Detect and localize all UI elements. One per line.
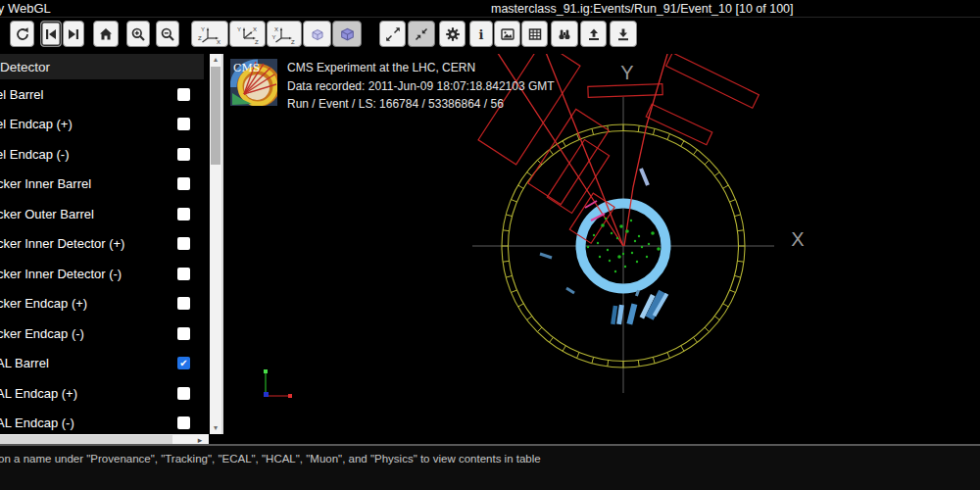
sidebar-item-tracker-outer-barrel[interactable]: Tracker Outer Barrel [0,199,204,229]
zoom-in-icon [130,26,146,42]
download-icon [615,26,631,42]
detector-checkbox[interactable] [177,118,190,130]
cms-logo-text: CMS [233,62,260,74]
orthographic-view-button[interactable] [332,21,362,47]
reload-icon [15,26,30,42]
ispy-webgl-window: iSpy WebGL masterclass_91.ig:Events/Run_… [0,0,980,490]
detector-list: Pixel BarrelPixel Endcap (+)Pixel Endcap… [0,79,204,434]
detector-checkbox[interactable] [177,387,190,400]
detector-sidebar: Detector Pixel BarrelPixel Endcap (+)Pix… [0,54,204,434]
event-display-canvas[interactable]: Y X [223,54,980,444]
axis-yz-icon: YXZ [235,24,261,44]
event-table-button[interactable] [521,21,548,47]
home-icon [98,26,114,42]
enlarge-button[interactable] [379,21,406,47]
statusbar: Click on a name under "Provenance", "Tra… [0,444,980,490]
sidebar-item-ecal-endcap[interactable]: ECAL Endcap (-) [0,409,204,435]
sidebar-item-tracker-endcap[interactable]: Tracker Endcap (+) [0,289,204,319]
sidebar-item-tracker-inner-detector[interactable]: Tracker Inner Detector (+) [0,229,204,260]
svg-text:Y: Y [272,34,276,40]
detector-label: Tracker Endcap (-) [0,326,177,341]
sidebar-item-pixel-endcap[interactable]: Pixel Endcap (+) [0,110,204,140]
detector-label: Tracker Inner Detector (-) [0,267,177,281]
detector-label: Tracker Inner Barrel [0,176,177,191]
cube-outline-icon [309,26,326,42]
sidebar-item-ecal-barrel[interactable]: ECAL Barrel✔ [0,349,204,379]
reload-button[interactable] [10,21,34,47]
sidebar-item-tracker-inner-detector[interactable]: Tracker Inner Detector (-) [0,259,204,289]
cms-logo: CMS [230,59,277,106]
detector-checkbox[interactable] [177,88,190,101]
upload-button[interactable] [580,21,607,47]
sidebar-item-tracker-endcap[interactable]: Tracker Endcap (-) [0,318,204,349]
collapse-arrows-icon [414,26,429,42]
svg-text:Z: Z [291,39,295,44]
sidebar-header: Detector [0,54,204,79]
scroll-up-button[interactable]: ▴ [210,54,221,66]
status-message: Click on a name under "Provenance", "Tra… [0,453,541,465]
vertical-scroll-thumb[interactable] [211,67,220,165]
svg-text:Z: Z [198,35,202,41]
detector-label: Pixel Barrel [0,87,177,102]
sidebar-header-label: Detector [0,60,50,74]
zoom-in-button[interactable] [126,21,150,47]
detector-label: ECAL Barrel [0,356,177,370]
detector-label: Tracker Inner Detector (+) [0,236,177,251]
view-xz-button[interactable]: XZY [267,21,302,47]
document-title: masterclass_91.ig:Events/Run_91/Event_10… [491,2,794,16]
next-icon [66,26,81,42]
image-icon [500,26,515,42]
svg-text:X: X [274,26,278,32]
run-event-ls: Run / Event / LS: 166784 / 53386864 / 56 [287,95,555,114]
event-heading: CMS Experiment at the LHC, CERN Data rec… [287,59,555,114]
svg-text:X: X [253,25,257,31]
detector-checkbox[interactable] [177,177,190,190]
app-brand: iSpy WebGL [0,1,51,16]
sidebar-item-pixel-endcap[interactable]: Pixel Endcap (-) [0,139,204,170]
detector-checkbox[interactable] [177,297,190,310]
detector-checkbox[interactable] [177,416,190,429]
view-xy-button[interactable]: YXZ [191,21,228,47]
detector-checkbox[interactable] [177,268,190,280]
previous-event-button[interactable] [40,21,62,47]
sidebar-vertical-scrollbar[interactable]: ▴ ▾ [210,54,223,434]
settings-button[interactable] [439,21,466,47]
sidebar-item-pixel-barrel[interactable]: Pixel Barrel [0,79,204,110]
perspective-view-button[interactable] [303,21,331,47]
data-recorded: Data recorded: 2011-Jun-09 18:07:18.8421… [287,77,555,96]
binoculars-icon [557,26,572,42]
svg-text:Y: Y [237,26,241,32]
axis-xy-icon: YXZ [197,24,222,44]
sidebar-item-ecal-endcap[interactable]: ECAL Endcap (+) [0,378,204,409]
next-event-button[interactable] [63,21,84,47]
zoom-out-button[interactable] [156,21,179,47]
previous-icon [43,26,59,42]
detector-checkbox[interactable] [177,148,190,161]
detector-label: ECAL Endcap (-) [0,416,177,430]
view-yz-button[interactable]: YXZ [229,21,266,47]
svg-text:i: i [479,26,484,41]
search-button[interactable] [551,21,578,47]
detector-label: ECAL Endcap (+) [0,386,177,401]
detector-label: Pixel Endcap (-) [0,147,177,162]
screenshot-button[interactable] [494,21,520,47]
svg-text:Z: Z [255,39,259,44]
home-view-button[interactable] [93,21,119,47]
detector-checkbox[interactable] [177,327,190,340]
axis-y-label: Y [620,62,633,83]
sidebar-item-tracker-inner-barrel[interactable]: Tracker Inner Barrel [0,170,204,200]
hcal-energy-bars [611,290,668,325]
detector-checkbox[interactable] [177,237,190,250]
expand-arrows-icon [385,26,401,42]
detector-checkbox[interactable] [177,208,190,220]
info-button[interactable]: i [469,21,493,47]
toolbar: YXZ YXZ XZY i [0,18,980,54]
scroll-down-button[interactable]: ▾ [210,422,221,434]
shrink-button[interactable] [408,21,435,47]
titlebar: iSpy WebGL masterclass_91.ig:Events/Run_… [0,0,980,18]
detector-label: Tracker Endcap (+) [0,296,177,311]
detector-checkbox[interactable]: ✔ [177,357,190,369]
svg-text:X: X [217,39,220,44]
download-button[interactable] [610,21,637,47]
orientation-gizmo-icon [264,369,292,398]
